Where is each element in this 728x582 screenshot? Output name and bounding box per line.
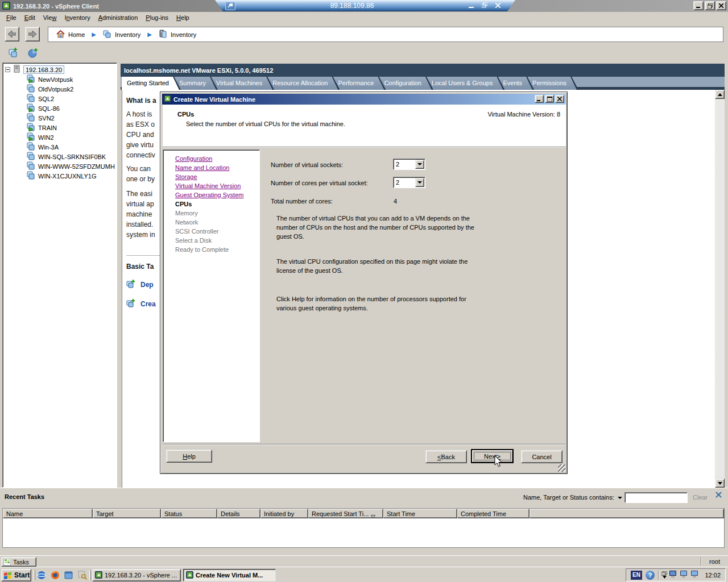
next-button[interactable]: Next >: [471, 449, 514, 463]
basic-task-link-1[interactable]: Crea: [126, 298, 160, 309]
column-header-name[interactable]: Name: [3, 509, 93, 518]
chevron-down-icon[interactable]: [415, 160, 424, 169]
internet-explorer-icon[interactable]: [36, 570, 47, 580]
column-label: Start Time: [387, 509, 415, 518]
tab-local-users-groups[interactable]: Local Users & Groups: [427, 77, 505, 90]
network-status-icon[interactable]: [690, 570, 700, 580]
new-vm-icon[interactable]: [7, 46, 20, 60]
basic-task-link-label: Crea: [140, 300, 156, 308]
network-status-icon[interactable]: [668, 570, 678, 580]
chevron-down-icon[interactable]: [415, 178, 424, 187]
clear-filter-button[interactable]: Clear: [693, 494, 708, 501]
tree-item-win-3a[interactable]: Win-3A: [3, 142, 117, 152]
column-header-requested-start-ti[interactable]: Requested Start Ti...: [308, 509, 383, 518]
wizard-step-name-and-location[interactable]: Name and Location: [175, 163, 259, 172]
breadcrumb-item-inventory-2[interactable]: Inventory: [156, 30, 198, 39]
new-vm-icon: [126, 279, 135, 290]
hidden-icons-chevron[interactable]: [661, 571, 667, 579]
tree-item-sql-86[interactable]: SQL-86: [3, 103, 117, 113]
dialog-titlebar[interactable]: Create New Virtual Machine: [162, 94, 565, 105]
rdp-restore-icon[interactable]: [482, 2, 487, 9]
tree-item-oldvotpusk2[interactable]: OldVotpusk2: [3, 84, 117, 94]
rdp-minimize-icon[interactable]: [469, 2, 474, 9]
tree-item-train[interactable]: TRAIN: [3, 123, 117, 132]
tree-item-svn2[interactable]: SVN2: [3, 113, 117, 123]
column-header-details[interactable]: Details: [217, 509, 260, 518]
tab-summary[interactable]: Summary: [174, 77, 218, 90]
column-label: Requested Start Ti...: [312, 509, 369, 518]
network-status-icon[interactable]: [679, 570, 689, 580]
close-panel-icon[interactable]: [715, 492, 723, 500]
back-button[interactable]: [5, 27, 19, 41]
tab-resource-allocation[interactable]: Resource Allocation: [267, 77, 340, 90]
sockets-dropdown[interactable]: 2: [393, 159, 425, 170]
dialog-maximize-icon[interactable]: [545, 95, 554, 103]
column-header-status[interactable]: Status: [161, 509, 217, 518]
resize-grip[interactable]: [558, 464, 565, 472]
menu-item-help[interactable]: Help: [172, 13, 193, 22]
window-icon[interactable]: [64, 570, 74, 580]
breadcrumb-item-inventory-1[interactable]: Inventory: [101, 30, 143, 39]
help-tray-icon[interactable]: ?: [646, 571, 655, 580]
breadcrumb-item-home-0[interactable]: Home: [54, 30, 87, 39]
rdp-close-icon[interactable]: [495, 2, 500, 9]
tab-configuration[interactable]: Configuration: [379, 77, 433, 90]
tab-virtual-machines[interactable]: Virtual Machines: [211, 77, 274, 90]
tab-performance[interactable]: Performance: [333, 77, 386, 90]
dialog-close-icon[interactable]: [555, 95, 564, 103]
minimize-icon[interactable]: [693, 1, 704, 10]
firefox-icon[interactable]: [50, 570, 60, 580]
tab-getting-started[interactable]: Getting Started: [122, 77, 181, 90]
vm-name: WIN2: [38, 134, 54, 141]
column-header-target[interactable]: Target: [93, 509, 161, 518]
vertical-scrollbar[interactable]: [715, 90, 725, 488]
dialog-minimize-icon[interactable]: [535, 95, 544, 103]
restore-icon[interactable]: [705, 1, 715, 10]
start-button[interactable]: Start: [1, 569, 31, 581]
tree-item-sql2[interactable]: SQL2: [3, 94, 117, 103]
wizard-step-storage[interactable]: Storage: [175, 172, 259, 181]
collapse-icon[interactable]: [5, 67, 10, 72]
scroll-up-icon[interactable]: [715, 90, 725, 99]
menu-item-edit[interactable]: Edit: [20, 13, 39, 22]
cancel-button[interactable]: Cancel: [521, 450, 562, 463]
menu-item-inventory[interactable]: Inventory: [60, 13, 94, 22]
column-header-initiated-by[interactable]: Initiated by: [260, 509, 308, 518]
toolbar-grip[interactable]: [34, 570, 35, 580]
filter-input[interactable]: [624, 492, 688, 503]
forward-button[interactable]: [25, 27, 40, 41]
tab-permissions[interactable]: Permissions: [527, 77, 578, 90]
wizard-step-configuration[interactable]: Configuration: [175, 154, 259, 163]
tree-item-win-www-52sfdzmumh[interactable]: WIN-WWW-52SFDZMUMH: [3, 161, 117, 171]
taskbar-window-192-168-3-20-vsphere[interactable]: 192.168.3.20 - vSphere ...: [92, 569, 181, 581]
tree-item-win2[interactable]: WIN2: [3, 132, 117, 142]
menu-item-plug-ins[interactable]: Plug-ins: [142, 13, 172, 22]
tree-item-win-x1cjuxnly1g[interactable]: WIN-X1CJUXNLY1G: [3, 171, 117, 181]
scroll-down-icon[interactable]: [715, 479, 725, 488]
basic-task-link-0[interactable]: Dep: [126, 279, 160, 290]
tree-item-win-sql-srknsif0bk[interactable]: WIN-SQL-SRKNSIF0BK: [3, 152, 117, 161]
vm-name: WIN-WWW-52SFDZMUMH: [38, 163, 115, 170]
column-header-completed-time[interactable]: Completed Time: [457, 509, 530, 518]
tree-item-host[interactable]: 192.168.3.20: [3, 64, 117, 74]
admin-tools-icon[interactable]: [77, 570, 88, 580]
tree-item-newvotpusk[interactable]: NewVotpusk: [3, 74, 117, 84]
back-button-wizard[interactable]: < Back: [425, 450, 467, 463]
menu-item-administration[interactable]: Administration: [94, 13, 142, 22]
wizard-step-virtual-machine-version[interactable]: Virtual Machine Version: [175, 181, 259, 190]
close-icon[interactable]: [716, 1, 726, 10]
cores-dropdown[interactable]: 2: [393, 177, 425, 188]
chevron-down-icon[interactable]: [618, 497, 622, 499]
wizard-step-guest-operating-system[interactable]: Guest Operating System: [175, 190, 259, 199]
language-indicator[interactable]: EN: [631, 571, 642, 580]
new-resource-icon[interactable]: [26, 46, 40, 60]
tasks-button[interactable]: Tasks: [1, 557, 36, 567]
menu-item-file[interactable]: File: [2, 13, 20, 22]
help-button[interactable]: Help: [166, 450, 212, 463]
column-header-start-time[interactable]: Start Time: [383, 509, 457, 518]
toolbar-grip[interactable]: [89, 570, 91, 580]
taskbar-window-create-new-virtual-m[interactable]: Create New Virtual M...: [183, 569, 276, 581]
menu-item-view[interactable]: View: [39, 13, 61, 22]
text-line: installed.: [126, 219, 160, 230]
pin-icon[interactable]: [225, 2, 235, 10]
